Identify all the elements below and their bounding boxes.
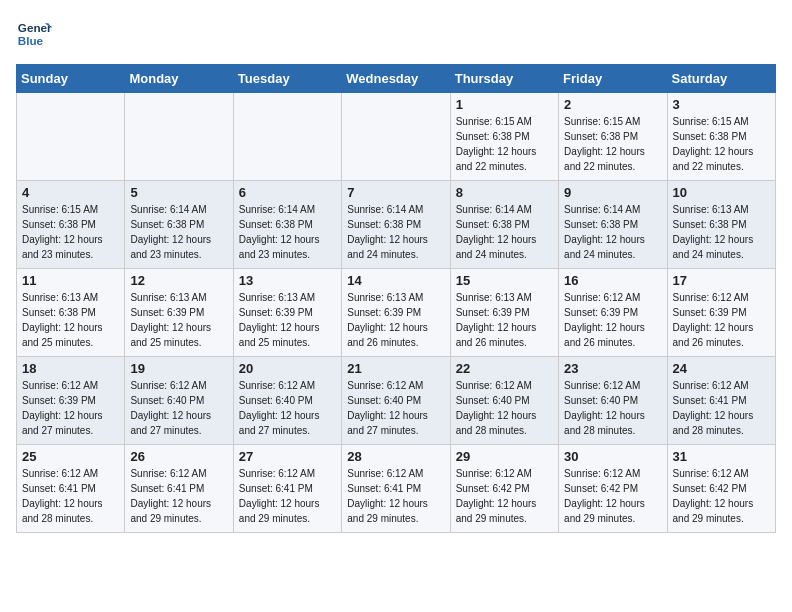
header-tuesday: Tuesday xyxy=(233,65,341,93)
day-cell xyxy=(233,93,341,181)
day-number: 17 xyxy=(673,273,770,288)
day-cell: 20Sunrise: 6:12 AM Sunset: 6:40 PM Dayli… xyxy=(233,357,341,445)
day-info: Sunrise: 6:14 AM Sunset: 6:38 PM Dayligh… xyxy=(456,202,553,262)
day-number: 10 xyxy=(673,185,770,200)
day-info: Sunrise: 6:13 AM Sunset: 6:39 PM Dayligh… xyxy=(456,290,553,350)
day-info: Sunrise: 6:12 AM Sunset: 6:40 PM Dayligh… xyxy=(130,378,227,438)
day-info: Sunrise: 6:13 AM Sunset: 6:39 PM Dayligh… xyxy=(347,290,444,350)
day-cell xyxy=(17,93,125,181)
day-number: 29 xyxy=(456,449,553,464)
day-info: Sunrise: 6:12 AM Sunset: 6:41 PM Dayligh… xyxy=(673,378,770,438)
day-number: 11 xyxy=(22,273,119,288)
day-info: Sunrise: 6:12 AM Sunset: 6:40 PM Dayligh… xyxy=(347,378,444,438)
day-number: 8 xyxy=(456,185,553,200)
header-monday: Monday xyxy=(125,65,233,93)
day-cell: 30Sunrise: 6:12 AM Sunset: 6:42 PM Dayli… xyxy=(559,445,667,533)
day-number: 25 xyxy=(22,449,119,464)
day-number: 30 xyxy=(564,449,661,464)
day-number: 4 xyxy=(22,185,119,200)
day-info: Sunrise: 6:12 AM Sunset: 6:41 PM Dayligh… xyxy=(22,466,119,526)
day-info: Sunrise: 6:14 AM Sunset: 6:38 PM Dayligh… xyxy=(130,202,227,262)
day-info: Sunrise: 6:12 AM Sunset: 6:40 PM Dayligh… xyxy=(564,378,661,438)
day-cell: 31Sunrise: 6:12 AM Sunset: 6:42 PM Dayli… xyxy=(667,445,775,533)
logo: General Blue xyxy=(16,16,52,52)
day-info: Sunrise: 6:15 AM Sunset: 6:38 PM Dayligh… xyxy=(673,114,770,174)
day-info: Sunrise: 6:14 AM Sunset: 6:38 PM Dayligh… xyxy=(239,202,336,262)
day-number: 2 xyxy=(564,97,661,112)
day-cell: 26Sunrise: 6:12 AM Sunset: 6:41 PM Dayli… xyxy=(125,445,233,533)
day-number: 6 xyxy=(239,185,336,200)
page-header: General Blue xyxy=(16,16,776,52)
day-number: 14 xyxy=(347,273,444,288)
day-number: 13 xyxy=(239,273,336,288)
day-cell: 8Sunrise: 6:14 AM Sunset: 6:38 PM Daylig… xyxy=(450,181,558,269)
day-info: Sunrise: 6:12 AM Sunset: 6:42 PM Dayligh… xyxy=(673,466,770,526)
day-info: Sunrise: 6:15 AM Sunset: 6:38 PM Dayligh… xyxy=(22,202,119,262)
day-cell: 11Sunrise: 6:13 AM Sunset: 6:38 PM Dayli… xyxy=(17,269,125,357)
day-cell: 15Sunrise: 6:13 AM Sunset: 6:39 PM Dayli… xyxy=(450,269,558,357)
header-saturday: Saturday xyxy=(667,65,775,93)
day-info: Sunrise: 6:15 AM Sunset: 6:38 PM Dayligh… xyxy=(456,114,553,174)
day-info: Sunrise: 6:13 AM Sunset: 6:39 PM Dayligh… xyxy=(130,290,227,350)
day-cell: 10Sunrise: 6:13 AM Sunset: 6:38 PM Dayli… xyxy=(667,181,775,269)
day-cell: 23Sunrise: 6:12 AM Sunset: 6:40 PM Dayli… xyxy=(559,357,667,445)
day-info: Sunrise: 6:12 AM Sunset: 6:39 PM Dayligh… xyxy=(22,378,119,438)
day-cell: 5Sunrise: 6:14 AM Sunset: 6:38 PM Daylig… xyxy=(125,181,233,269)
day-info: Sunrise: 6:12 AM Sunset: 6:41 PM Dayligh… xyxy=(130,466,227,526)
day-number: 3 xyxy=(673,97,770,112)
day-info: Sunrise: 6:12 AM Sunset: 6:39 PM Dayligh… xyxy=(564,290,661,350)
day-cell: 4Sunrise: 6:15 AM Sunset: 6:38 PM Daylig… xyxy=(17,181,125,269)
day-number: 24 xyxy=(673,361,770,376)
header-row: SundayMondayTuesdayWednesdayThursdayFrid… xyxy=(17,65,776,93)
day-number: 12 xyxy=(130,273,227,288)
day-number: 7 xyxy=(347,185,444,200)
logo-icon: General Blue xyxy=(16,16,52,52)
day-number: 18 xyxy=(22,361,119,376)
day-cell: 6Sunrise: 6:14 AM Sunset: 6:38 PM Daylig… xyxy=(233,181,341,269)
day-number: 23 xyxy=(564,361,661,376)
day-number: 15 xyxy=(456,273,553,288)
week-row-2: 4Sunrise: 6:15 AM Sunset: 6:38 PM Daylig… xyxy=(17,181,776,269)
header-sunday: Sunday xyxy=(17,65,125,93)
day-cell: 21Sunrise: 6:12 AM Sunset: 6:40 PM Dayli… xyxy=(342,357,450,445)
header-thursday: Thursday xyxy=(450,65,558,93)
day-info: Sunrise: 6:12 AM Sunset: 6:39 PM Dayligh… xyxy=(673,290,770,350)
day-number: 26 xyxy=(130,449,227,464)
day-info: Sunrise: 6:12 AM Sunset: 6:41 PM Dayligh… xyxy=(347,466,444,526)
day-info: Sunrise: 6:12 AM Sunset: 6:41 PM Dayligh… xyxy=(239,466,336,526)
day-number: 9 xyxy=(564,185,661,200)
day-number: 5 xyxy=(130,185,227,200)
day-number: 20 xyxy=(239,361,336,376)
svg-text:General: General xyxy=(18,21,52,34)
day-info: Sunrise: 6:15 AM Sunset: 6:38 PM Dayligh… xyxy=(564,114,661,174)
day-number: 19 xyxy=(130,361,227,376)
day-info: Sunrise: 6:13 AM Sunset: 6:39 PM Dayligh… xyxy=(239,290,336,350)
day-info: Sunrise: 6:14 AM Sunset: 6:38 PM Dayligh… xyxy=(564,202,661,262)
day-cell: 7Sunrise: 6:14 AM Sunset: 6:38 PM Daylig… xyxy=(342,181,450,269)
day-cell: 22Sunrise: 6:12 AM Sunset: 6:40 PM Dayli… xyxy=(450,357,558,445)
day-cell: 18Sunrise: 6:12 AM Sunset: 6:39 PM Dayli… xyxy=(17,357,125,445)
day-number: 31 xyxy=(673,449,770,464)
header-friday: Friday xyxy=(559,65,667,93)
day-number: 22 xyxy=(456,361,553,376)
day-info: Sunrise: 6:12 AM Sunset: 6:40 PM Dayligh… xyxy=(456,378,553,438)
day-cell: 28Sunrise: 6:12 AM Sunset: 6:41 PM Dayli… xyxy=(342,445,450,533)
day-cell: 27Sunrise: 6:12 AM Sunset: 6:41 PM Dayli… xyxy=(233,445,341,533)
day-number: 1 xyxy=(456,97,553,112)
day-cell: 25Sunrise: 6:12 AM Sunset: 6:41 PM Dayli… xyxy=(17,445,125,533)
week-row-4: 18Sunrise: 6:12 AM Sunset: 6:39 PM Dayli… xyxy=(17,357,776,445)
day-cell: 2Sunrise: 6:15 AM Sunset: 6:38 PM Daylig… xyxy=(559,93,667,181)
day-cell: 29Sunrise: 6:12 AM Sunset: 6:42 PM Dayli… xyxy=(450,445,558,533)
day-number: 27 xyxy=(239,449,336,464)
day-cell xyxy=(342,93,450,181)
day-cell: 3Sunrise: 6:15 AM Sunset: 6:38 PM Daylig… xyxy=(667,93,775,181)
calendar-table: SundayMondayTuesdayWednesdayThursdayFrid… xyxy=(16,64,776,533)
day-info: Sunrise: 6:12 AM Sunset: 6:42 PM Dayligh… xyxy=(456,466,553,526)
day-info: Sunrise: 6:13 AM Sunset: 6:38 PM Dayligh… xyxy=(22,290,119,350)
day-cell xyxy=(125,93,233,181)
day-cell: 14Sunrise: 6:13 AM Sunset: 6:39 PM Dayli… xyxy=(342,269,450,357)
header-wednesday: Wednesday xyxy=(342,65,450,93)
day-cell: 12Sunrise: 6:13 AM Sunset: 6:39 PM Dayli… xyxy=(125,269,233,357)
day-cell: 9Sunrise: 6:14 AM Sunset: 6:38 PM Daylig… xyxy=(559,181,667,269)
day-cell: 17Sunrise: 6:12 AM Sunset: 6:39 PM Dayli… xyxy=(667,269,775,357)
